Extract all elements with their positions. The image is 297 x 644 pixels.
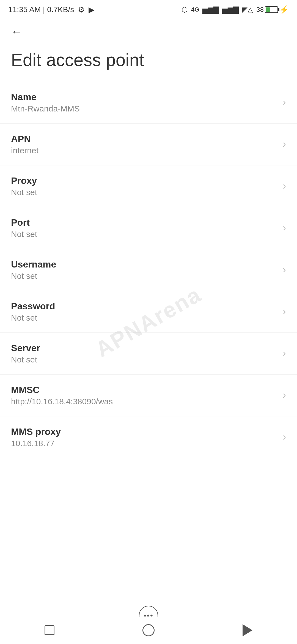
chevron-icon: › [283,264,286,275]
back-nav-button[interactable] [238,621,257,640]
item-label-mms-proxy: MMS proxy [11,426,283,437]
chevron-icon: › [283,389,286,401]
list-item[interactable]: MMSC http://10.16.18.4:38090/was › [0,375,297,416]
item-value-name: Mtn-Rwanda-MMS [11,104,283,113]
main-content: ← Edit access point Name Mtn-Rwanda-MMS … [0,19,297,589]
recent-apps-icon [45,625,54,635]
item-value-port: Not set [11,230,283,239]
time-text: 11:35 AM | 0.7KB/s [8,5,74,14]
list-item[interactable]: Password Not set › [0,291,297,333]
item-label-password: Password [11,301,283,312]
item-value-username: Not set [11,271,283,281]
toolbar: ← [0,19,297,44]
item-content-name: Name Mtn-Rwanda-MMS [11,92,283,113]
list-item[interactable]: Port Not set › [0,207,297,249]
item-label-username: Username [11,259,283,270]
item-label-proxy: Proxy [11,175,283,186]
list-item[interactable]: Proxy Not set › [0,165,297,207]
back-arrow-icon: ← [11,26,22,37]
bottom-bar: ••• More [0,600,297,644]
item-label-mmsc: MMSC [11,384,283,395]
battery-indicator: 38 ⚡ [256,5,289,14]
list-item[interactable]: Name Mtn-Rwanda-MMS › [0,82,297,124]
list-item[interactable]: Server Not set › [0,333,297,375]
status-icons: ⬡ 4G ▅▆▇ ▅▆▇ ◤△ 38 ⚡ [182,5,289,14]
item-value-apn: internet [11,146,283,155]
item-label-server: Server [11,343,283,353]
item-content-port: Port Not set [11,217,283,239]
item-label-name: Name [11,92,283,102]
list-item[interactable]: APN internet › [0,124,297,165]
wifi-icon: ◤△ [242,6,253,14]
bolt-icon: ⚡ [279,5,289,14]
list-item[interactable]: MMS proxy 10.16.18.77 › [0,416,297,458]
signal-4g-icon: 4G [191,6,199,13]
item-value-mms-proxy: 10.16.18.77 [11,439,283,448]
chevron-icon: › [283,431,286,443]
battery-percent: 38 [256,6,264,13]
nav-bar [0,616,297,644]
battery-box [265,6,278,13]
item-value-proxy: Not set [11,188,283,197]
settings-list: Name Mtn-Rwanda-MMS › APN internet › Pro… [0,82,297,458]
battery-fill [266,7,270,12]
page-title: Edit access point [0,44,297,82]
chevron-icon: › [283,222,286,234]
item-content-apn: APN internet [11,133,283,155]
status-time: 11:35 AM | 0.7KB/s ⚙ ▶ [8,5,95,14]
list-item[interactable]: Username Not set › [0,249,297,291]
item-content-mmsc: MMSC http://10.16.18.4:38090/was [11,384,283,406]
item-content-password: Password Not set [11,301,283,323]
status-bar: 11:35 AM | 0.7KB/s ⚙ ▶ ⬡ 4G ▅▆▇ ▅▆▇ ◤△ 3… [0,0,297,19]
item-value-server: Not set [11,355,283,364]
item-label-apn: APN [11,133,283,144]
back-button[interactable]: ← [8,23,25,40]
recent-apps-button[interactable] [40,621,59,640]
signal-bars-icon: ▅▆▇ [202,6,219,14]
bluetooth-icon: ⬡ [182,6,188,14]
back-nav-icon [243,624,252,636]
item-value-mmsc: http://10.16.18.4:38090/was [11,397,283,406]
video-icon: ▶ [89,5,95,14]
chevron-icon: › [283,180,286,192]
home-icon [142,624,155,636]
chevron-icon: › [283,348,286,359]
home-button[interactable] [139,621,158,640]
signal-bars2-icon: ▅▆▇ [222,6,239,14]
item-content-proxy: Proxy Not set [11,175,283,197]
settings-icon: ⚙ [78,5,85,14]
item-content-username: Username Not set [11,259,283,281]
item-value-password: Not set [11,313,283,323]
chevron-icon: › [283,97,286,108]
item-content-mms-proxy: MMS proxy 10.16.18.77 [11,426,283,448]
item-label-port: Port [11,217,283,228]
item-content-server: Server Not set [11,343,283,364]
chevron-icon: › [283,306,286,317]
chevron-icon: › [283,138,286,150]
